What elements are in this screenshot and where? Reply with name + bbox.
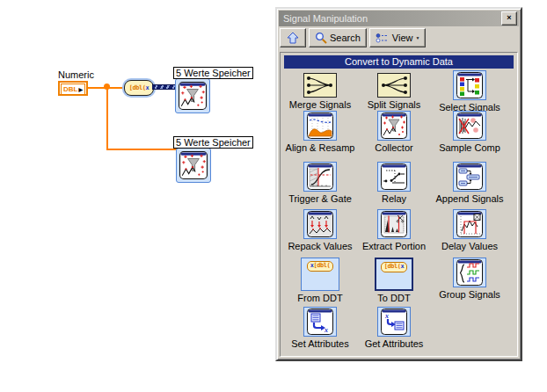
- palette-toolbar: Search View ▼: [279, 26, 519, 52]
- labview-block-diagram-canvas: Numeric DBL ▶ [dbl( x 5 Werte Speicher 5: [0, 0, 547, 392]
- numeric-control-label: Numeric: [58, 69, 94, 80]
- convert-to-dynamic-data-node[interactable]: [dbl( x: [124, 80, 154, 96]
- split-signals-icon: [377, 73, 411, 98]
- convert-node-glyph: [dbl(: [129, 84, 146, 91]
- palette-item-label: Collector: [375, 142, 412, 153]
- palette-header-bar: Convert to Dynamic Data: [284, 55, 514, 69]
- from-ddt-icon: x[dbl(: [301, 258, 339, 291]
- palette-item-label: Set Attributes: [291, 338, 348, 349]
- palette-item-group-signals[interactable]: Group Signals: [433, 258, 507, 300]
- palette-item-label: Sample Comp: [439, 142, 500, 153]
- set-attributes-icon: x: [303, 307, 337, 337]
- select-signals-icon: [453, 70, 486, 100]
- dynamic-data-wire[interactable]: [152, 84, 176, 90]
- palette-body: Convert to Dynamic Data Merge Signals: [280, 52, 518, 357]
- view-button[interactable]: View ▼: [369, 28, 427, 47]
- subvi-1-collector[interactable]: [175, 78, 210, 113]
- subvi-2-collector[interactable]: [176, 148, 211, 183]
- palette-item-label: From DDT: [297, 293, 342, 303]
- palette-item-trigger-gate[interactable]: Trigger & Gate: [283, 162, 357, 204]
- palette-item-split-signals[interactable]: Split Signals: [357, 70, 431, 110]
- palette-item-label: Trigger & Gate: [288, 193, 352, 204]
- palette-item-select-signals[interactable]: Select Signals: [433, 70, 507, 113]
- view-button-label: View: [392, 33, 413, 43]
- dbl-type-text: DBL: [63, 85, 77, 93]
- palette-item-label: To DDT: [377, 293, 410, 303]
- palette-item-set-attributes[interactable]: x Set Attributes: [283, 307, 357, 349]
- up-arrow-icon: [287, 32, 299, 44]
- palette-item-label: Align & Resamp: [286, 142, 355, 153]
- numeric-dbl-terminal[interactable]: DBL ▶: [58, 81, 88, 96]
- palette-item-label: Relay: [382, 193, 406, 204]
- palette-item-append-signals[interactable]: Append Signals: [433, 162, 507, 204]
- merge-signals-icon: [303, 73, 337, 98]
- palette-item-label: Split Signals: [368, 99, 421, 110]
- palette-item-delay-values[interactable]: Delay Values: [433, 209, 507, 251]
- palette-item-merge-signals[interactable]: Merge Signals: [283, 70, 357, 110]
- terminal-arrow-icon: ▶: [78, 86, 83, 92]
- palette-item-label: Get Attributes: [365, 338, 424, 349]
- extract-portion-icon: [377, 209, 411, 239]
- svg-text:x: x: [384, 312, 389, 320]
- palette-item-label: Group Signals: [439, 289, 500, 300]
- search-button[interactable]: Search: [309, 28, 367, 47]
- view-options-icon: [376, 33, 390, 43]
- palette-item-label: Merge Signals: [289, 99, 351, 110]
- group-signals-icon: [453, 258, 486, 287]
- sample-compression-icon: [453, 111, 486, 141]
- palette-item-collector[interactable]: Collector: [357, 111, 431, 153]
- collector-icon: [179, 82, 207, 110]
- delay-values-icon: [453, 209, 486, 239]
- up-to-owning-palette-button[interactable]: [280, 28, 306, 47]
- palette-item-to-ddt[interactable]: [dbl(x To DDT: [357, 258, 431, 303]
- subvi-2-label[interactable]: 5 Werte Speicher: [173, 136, 253, 149]
- align-resample-icon: [303, 111, 337, 141]
- svg-text:x: x: [324, 326, 328, 334]
- palette-item-sample-compression[interactable]: Sample Comp: [433, 111, 507, 153]
- palette-item-from-ddt[interactable]: x[dbl( From DDT: [283, 258, 357, 303]
- palette-item-label: Repack Values: [288, 241, 352, 251]
- palette-item-label: Append Signals: [435, 193, 503, 204]
- signal-manipulation-palette-window: Signal Manipulation × Search: [275, 7, 522, 361]
- palette-item-relay[interactable]: Relay: [357, 162, 431, 204]
- view-dropdown-arrow-icon: ▼: [416, 35, 420, 40]
- palette-item-align-resample[interactable]: Align & Resamp: [283, 111, 357, 153]
- to-ddt-icon: [dbl(x: [375, 258, 413, 291]
- window-title: Signal Manipulation: [283, 13, 501, 24]
- close-button[interactable]: ×: [501, 11, 517, 25]
- palette-item-label: Delay Values: [441, 241, 498, 251]
- palette-item-label: Extract Portion: [362, 241, 426, 251]
- collector-icon: [179, 151, 208, 179]
- orange-wire-horizontal-2[interactable]: [106, 149, 178, 150]
- palette-item-repack-values[interactable]: Repack Values: [283, 209, 357, 251]
- get-attributes-icon: x: [377, 307, 411, 337]
- orange-wire-vertical[interactable]: [106, 88, 108, 149]
- trigger-gate-icon: [303, 162, 337, 192]
- subvi-1-label[interactable]: 5 Werte Speicher: [173, 67, 253, 79]
- palette-item-get-attributes[interactable]: x Get Attributes: [357, 307, 431, 349]
- search-button-label: Search: [330, 33, 361, 43]
- relay-icon: [377, 162, 411, 192]
- collector-icon: [377, 111, 411, 141]
- repack-values-icon: [303, 209, 337, 239]
- palette-item-extract-portion[interactable]: Extract Portion: [357, 209, 431, 251]
- window-titlebar[interactable]: Signal Manipulation ×: [279, 11, 519, 26]
- append-signals-icon: [453, 162, 486, 192]
- search-icon: [315, 32, 327, 44]
